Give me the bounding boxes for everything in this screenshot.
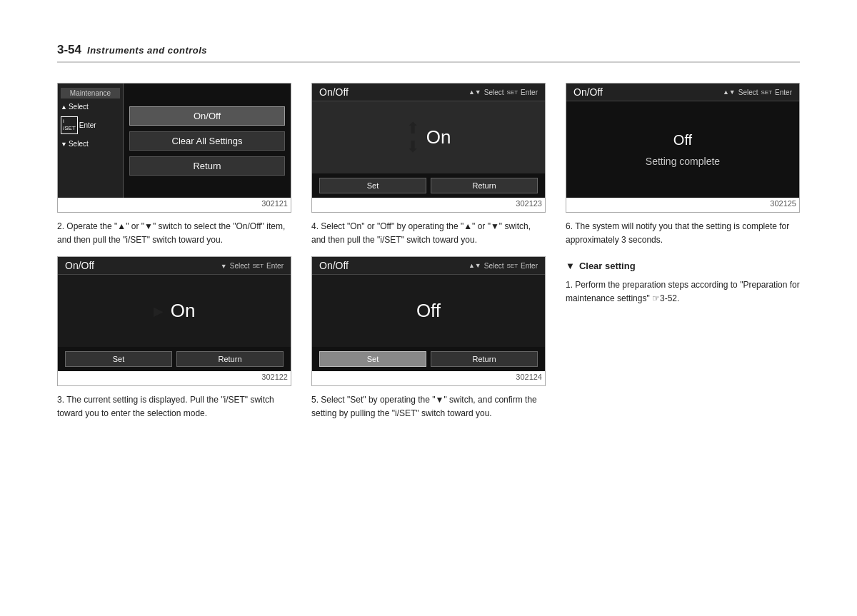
screen2-wrap: On/Off Select SET Enter On Set (57, 256, 291, 386)
select-label-s3: Select (484, 89, 504, 96)
screen5-controls: ▲▼ Select SET Enter (723, 89, 792, 96)
return-btn-s4[interactable]: Return (431, 351, 538, 367)
triangle-icon: ▼ (566, 261, 575, 271)
down-icon-s2 (221, 262, 227, 270)
updown-icon-s4: ▲▼ (468, 262, 481, 269)
screen2: On/Off Select SET Enter On Set (58, 257, 291, 371)
caption-num-4: 302124 (312, 373, 545, 381)
enter-label-s5: Enter (775, 89, 792, 96)
arrow-up-icon (61, 103, 67, 111)
select-down-label: Select (69, 140, 89, 148)
menu-item-clear: Clear All Settings (129, 131, 285, 151)
caption-num-3: 302123 (312, 199, 545, 208)
screen3-title: On/Off (319, 86, 349, 98)
select-down-item: Select (61, 138, 89, 149)
caption-4: 5. Select "Set" by operating the "▼" swi… (311, 393, 546, 420)
set-sup-s4: SET (507, 263, 518, 269)
screen5-value: Off (673, 132, 692, 148)
caption-num-5: 302125 (566, 199, 799, 208)
screen3-body: ⬆⬇ On (312, 101, 545, 173)
screen5-header: On/Off ▲▼ Select SET Enter (566, 84, 799, 101)
caption-num-2: 302122 (58, 373, 291, 381)
caption-3: 4. Select "On" or "Off" by operating the… (311, 220, 546, 246)
screen4-footer: Set Return (312, 347, 545, 371)
updown-icon-s5: ▲▼ (723, 89, 736, 96)
screen4-controls: ▲▼ Select SET Enter (468, 262, 538, 270)
right-arrow-s2 (154, 303, 164, 319)
screen4-wrap: On/Off ▲▼ Select SET Enter Off Set Ret (311, 256, 546, 386)
screen2-value: On (171, 300, 196, 322)
screen3-value: On (426, 126, 451, 148)
set-sup-s5: SET (761, 89, 773, 96)
page: 3-54 Instruments and controls Maintenanc… (0, 0, 857, 616)
column-2: On/Off ▲▼ Select SET Enter ⬆⬇ On Set (311, 83, 546, 430)
set-sup-s2: SET (253, 263, 264, 269)
enter-item: i/SET Enter (61, 115, 96, 136)
clear-title: Clear setting (579, 261, 636, 271)
caption-2: 3. The current setting is displayed. Pul… (57, 393, 291, 420)
screen4: On/Off ▲▼ Select SET Enter Off Set Ret (312, 257, 545, 371)
screen5: On/Off ▲▼ Select SET Enter Off Setting c… (566, 84, 799, 198)
updown-icon-s3: ▲▼ (468, 89, 481, 96)
screen5-title: On/Off (573, 86, 603, 98)
clear-caption: 1. Perform the preparation steps accordi… (566, 278, 800, 305)
screen4-body: Off (312, 275, 545, 347)
set-btn-s2[interactable]: Set (65, 351, 172, 367)
maintenance-label: Maintenance (61, 88, 120, 99)
menu-item-return: Return (129, 156, 285, 176)
select-label-s5: Select (738, 89, 758, 96)
main-content: Maintenance Select i/SET Enter Select (57, 83, 800, 430)
page-number: 3-54 (57, 43, 81, 57)
screen5-wrap: On/Off ▲▼ Select SET Enter Off Setting c… (566, 83, 800, 213)
screen3-footer: Set Return (312, 173, 545, 198)
screen5-complete: Setting complete (646, 156, 720, 167)
set-sup-s3: SET (507, 89, 518, 96)
select-up-item: Select (61, 101, 89, 112)
screen3-wrap: On/Off ▲▼ Select SET Enter ⬆⬇ On Set (311, 83, 546, 213)
enter-label: Enter (79, 121, 96, 129)
select-label-s2: Select (230, 262, 250, 270)
clear-section-header: ▼ Clear setting (566, 261, 800, 271)
enter-label-s3: Enter (521, 89, 538, 96)
screen4-title: On/Off (319, 260, 349, 271)
caption-num-1: 302121 (58, 199, 291, 208)
return-btn-s3[interactable]: Return (431, 178, 538, 193)
screen3-header: On/Off ▲▼ Select SET Enter (312, 84, 545, 101)
page-title: Instruments and controls (87, 45, 207, 56)
screen2-title: On/Off (65, 260, 94, 271)
enter-label-s2: Enter (266, 262, 284, 270)
info-icon: i/SET (61, 116, 78, 134)
screen2-header: On/Off Select SET Enter (58, 257, 291, 275)
screen4-header: On/Off ▲▼ Select SET Enter (312, 257, 545, 275)
screen1-wrap: Maintenance Select i/SET Enter Select (57, 83, 291, 213)
screen1: Maintenance Select i/SET Enter Select (58, 84, 291, 198)
menu-item-onoff: On/Off (129, 106, 285, 126)
select-label-s4: Select (484, 262, 504, 270)
screen1-right-panel: On/Off Clear All Settings Return (124, 84, 291, 198)
screen4-value: Off (416, 300, 441, 322)
screen2-body: On (58, 275, 291, 347)
arrow-down-icon (61, 140, 67, 148)
select-up-label: Select (69, 103, 89, 111)
screen1-left-panel: Maintenance Select i/SET Enter Select (58, 84, 124, 198)
screen3-controls: ▲▼ Select SET Enter (468, 89, 538, 96)
page-header: 3-54 Instruments and controls (57, 43, 800, 63)
return-btn-s2[interactable]: Return (176, 351, 284, 367)
screen5-body: Off Setting complete (566, 101, 799, 198)
caption-1: 2. Operate the "▲" or "▼" switch to sele… (57, 220, 291, 246)
screen2-footer: Set Return (58, 347, 291, 371)
column-1: Maintenance Select i/SET Enter Select (57, 83, 291, 430)
set-btn-s3[interactable]: Set (319, 178, 426, 193)
column-3: On/Off ▲▼ Select SET Enter Off Setting c… (566, 83, 800, 305)
screen3: On/Off ▲▼ Select SET Enter ⬆⬇ On Set (312, 84, 545, 198)
updown-large-s3: ⬆⬇ (406, 119, 419, 156)
screen2-controls: Select SET Enter (221, 262, 284, 270)
set-btn-s4[interactable]: Set (319, 351, 426, 367)
caption-6: 6. The system will notify you that the s… (566, 220, 800, 246)
enter-label-s4: Enter (521, 262, 538, 270)
